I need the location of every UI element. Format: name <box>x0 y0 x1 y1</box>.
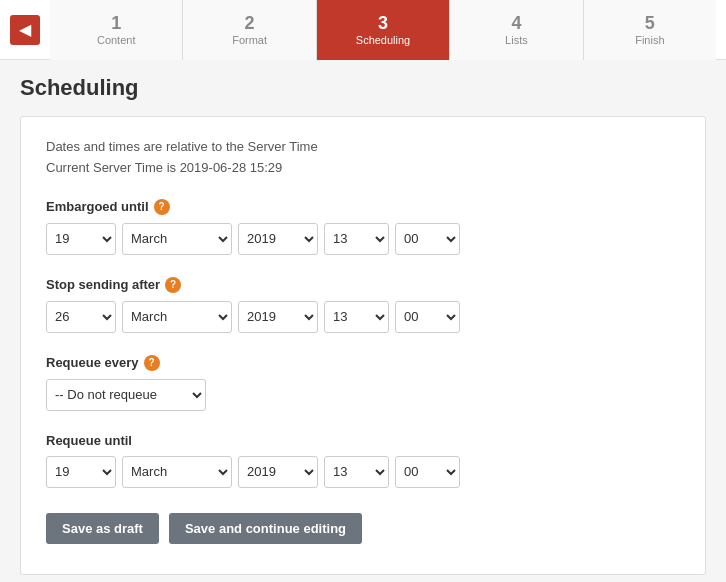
stop-min-select[interactable]: 00153045 <box>395 301 460 333</box>
embargoed-min-select[interactable]: 00153045 <box>395 223 460 255</box>
requeue-min-select[interactable]: 00153045 <box>395 456 460 488</box>
stop-day-select[interactable]: 1234567891011121314151617181920212223242… <box>46 301 116 333</box>
embargoed-until-selects: 1234567891011121314151617181920212223242… <box>46 223 680 255</box>
embargoed-year-select[interactable]: 2019202020212022202320242025 <box>238 223 318 255</box>
stop-hour-select[interactable]: 0001020304050607080910111213141516171819… <box>324 301 389 333</box>
step-content[interactable]: 1Content <box>50 0 182 60</box>
embargoed-month-select[interactable]: JanuaryFebruaryMarchAprilMayJuneJulyAugu… <box>122 223 232 255</box>
requeue-until-selects: 1234567891011121314151617181920212223242… <box>46 456 680 488</box>
step-scheduling[interactable]: 3Scheduling <box>316 0 449 60</box>
requeue-until-row: Requeue until 12345678910111213141516171… <box>46 433 680 488</box>
top-bar: ◀ 1Content2Format3Scheduling4Lists5Finis… <box>0 0 726 60</box>
save-draft-button[interactable]: Save as draft <box>46 513 159 544</box>
step-format[interactable]: 2Format <box>182 0 315 60</box>
stop-month-select[interactable]: JanuaryFebruaryMarchAprilMayJuneJulyAugu… <box>122 301 232 333</box>
embargoed-until-row: Embargoed until ? 1234567891011121314151… <box>46 199 680 255</box>
server-time-line1: Dates and times are relative to the Serv… <box>46 137 680 158</box>
embargoed-until-label: Embargoed until ? <box>46 199 680 215</box>
requeue-every-select[interactable]: -- Do not requeue1 hour2 hours6 hours12 … <box>46 379 206 411</box>
step-finish[interactable]: 5Finish <box>583 0 716 60</box>
page-content: Scheduling Dates and times are relative … <box>0 60 726 582</box>
back-icon: ◀ <box>19 20 31 39</box>
requeue-every-row: Requeue every ? -- Do not requeue1 hour2… <box>46 355 680 411</box>
stop-sending-row: Stop sending after ? 1234567891011121314… <box>46 277 680 333</box>
requeue-every-help-icon[interactable]: ? <box>144 355 160 371</box>
steps-nav: 1Content2Format3Scheduling4Lists5Finish <box>50 0 716 60</box>
stop-sending-help-icon[interactable]: ? <box>165 277 181 293</box>
requeue-year-select[interactable]: 2019202020212022202320242025 <box>238 456 318 488</box>
action-bar: Save as draft Save and continue editing <box>46 513 680 544</box>
embargoed-hour-select[interactable]: 0001020304050607080910111213141516171819… <box>324 223 389 255</box>
embargoed-day-select[interactable]: 1234567891011121314151617181920212223242… <box>46 223 116 255</box>
requeue-month-select[interactable]: JanuaryFebruaryMarchAprilMayJuneJulyAugu… <box>122 456 232 488</box>
requeue-day-select[interactable]: 1234567891011121314151617181920212223242… <box>46 456 116 488</box>
save-continue-button[interactable]: Save and continue editing <box>169 513 362 544</box>
page-title: Scheduling <box>20 75 706 101</box>
server-time-line2: Current Server Time is 2019-06-28 15:29 <box>46 158 680 179</box>
requeue-until-label: Requeue until <box>46 433 680 448</box>
back-button[interactable]: ◀ <box>10 15 40 45</box>
embargoed-help-icon[interactable]: ? <box>154 199 170 215</box>
server-time-info: Dates and times are relative to the Serv… <box>46 137 680 179</box>
stop-sending-label: Stop sending after ? <box>46 277 680 293</box>
requeue-hour-select[interactable]: 0001020304050607080910111213141516171819… <box>324 456 389 488</box>
scheduling-card: Dates and times are relative to the Serv… <box>20 116 706 575</box>
stop-year-select[interactable]: 2019202020212022202320242025 <box>238 301 318 333</box>
requeue-every-label: Requeue every ? <box>46 355 680 371</box>
stop-sending-selects: 1234567891011121314151617181920212223242… <box>46 301 680 333</box>
step-lists[interactable]: 4Lists <box>449 0 582 60</box>
